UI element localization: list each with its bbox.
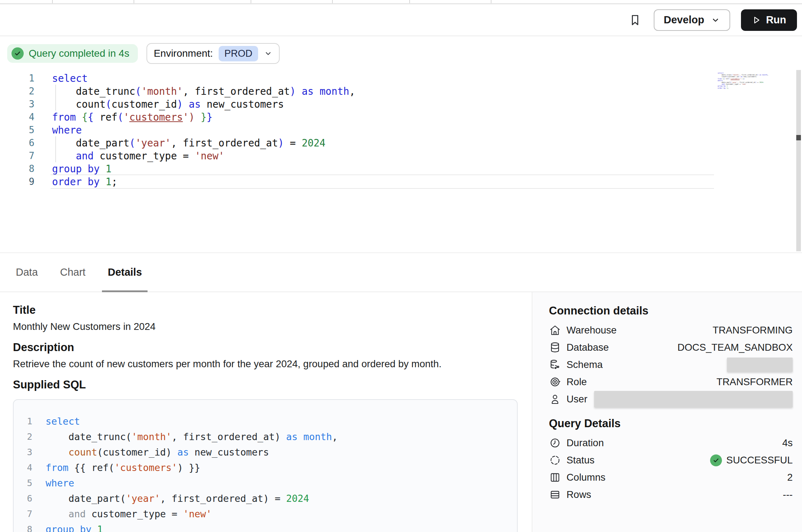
toolbar: Develop Run — [0, 4, 802, 36]
editor-line[interactable]: 1select — [0, 72, 355, 85]
line-number: 3 — [0, 98, 34, 111]
editor-minimap[interactable]: select date_trunc('month', first_ordered… — [718, 72, 768, 89]
supplied-sql-line: 8group by 1 — [14, 522, 517, 532]
tab-divider — [332, 0, 333, 3]
tab-chart[interactable]: Chart — [58, 253, 88, 291]
editor-line[interactable]: 5where — [0, 123, 355, 136]
line-number: 2 — [0, 85, 34, 98]
line-number: 6 — [0, 136, 34, 149]
connection-detail-row: WarehouseTRANSFORMING — [549, 322, 793, 339]
line-number: 4 — [14, 460, 32, 475]
status-row: Query completed in 4s Environment: PROD — [0, 37, 802, 70]
supplied-sql-line: 5where — [14, 475, 517, 491]
editor-line[interactable]: 4from {{ ref('customers') }} — [0, 111, 355, 123]
code-text: count(customer_id) as new_customers — [32, 444, 269, 460]
code-text: date_trunc('month', first_ordered_at) as… — [32, 429, 338, 444]
duration-icon — [549, 437, 561, 449]
database-icon — [549, 341, 561, 354]
details-panel: Title Monthly New Customers in 2024 Desc… — [0, 292, 532, 532]
supplied-sql-line: 3 count(customer_id) as new_customers — [14, 444, 517, 460]
develop-button[interactable]: Develop — [654, 9, 730, 31]
supplied-sql-line: 2 date_trunc('month', first_ordered_at) … — [14, 429, 517, 444]
row-label: Columns — [566, 472, 787, 483]
line-number: 8 — [0, 162, 34, 175]
warehouse-icon — [549, 324, 561, 336]
check-circle-icon — [710, 454, 722, 466]
query-status-badge: Query completed in 4s — [7, 44, 138, 63]
connection-details-heading: Connection details — [549, 304, 793, 317]
connection-detail-row: User — [549, 391, 793, 408]
editor-line[interactable]: 2 date_trunc('month', first_ordered_at) … — [0, 85, 355, 98]
description-heading: Description — [13, 341, 74, 354]
environment-select[interactable]: Environment: PROD — [146, 43, 280, 64]
query-detail-row: Columns2 — [549, 469, 793, 486]
tab-divider — [251, 0, 251, 3]
browser-tabstrip — [0, 0, 802, 4]
tab-details[interactable]: Details — [106, 253, 144, 291]
role-icon — [549, 376, 561, 388]
user-icon — [549, 393, 561, 405]
sql-editor[interactable]: 1select2 date_trunc('month', first_order… — [0, 70, 802, 252]
environment-value-chip: PROD — [219, 46, 258, 61]
supplied-sql-line: 4from {{ ref('customers') }} — [14, 460, 517, 475]
rows-icon — [549, 489, 561, 501]
connection-detail-row: DatabaseDOCS_TEAM_SANDBOX — [549, 339, 793, 356]
connection-detail-row: Schema — [549, 356, 793, 373]
supplied-sql-line: 1select — [14, 414, 517, 429]
row-value: DOCS_TEAM_SANDBOX — [677, 342, 793, 353]
editor-line[interactable]: 7 and customer_type = 'new' — [0, 149, 355, 162]
editor-scrollbar-thumb[interactable] — [796, 135, 801, 140]
code-text[interactable]: order by 1; — [34, 175, 117, 188]
editor-scrollbar[interactable] — [796, 70, 801, 251]
query-details-heading: Query Details — [549, 417, 793, 430]
connection-detail-row: RoleTRANSFORMER — [549, 373, 793, 391]
code-text[interactable]: from {{ ref('customers') }} — [34, 111, 213, 123]
tab-divider — [491, 0, 491, 3]
row-value: TRANSFORMING — [713, 325, 793, 336]
code-text[interactable]: count(customer_id) as new_customers — [34, 98, 284, 111]
editor-line[interactable]: 6 date_part('year', first_ordered_at) = … — [0, 136, 355, 149]
row-label: Database — [566, 342, 677, 353]
code-text[interactable]: where — [34, 123, 82, 136]
row-value: SUCCESSFUL — [710, 454, 793, 466]
code-text[interactable]: date_part('year', first_ordered_at) = 20… — [34, 136, 326, 149]
check-circle-icon — [11, 47, 24, 60]
tab-data[interactable]: Data — [14, 253, 40, 291]
row-value: TRANSFORMER — [717, 376, 793, 388]
editor-line[interactable]: 8group by 1 — [0, 162, 355, 175]
line-number: 1 — [14, 414, 32, 429]
minimap-line: order by 1; — [718, 87, 768, 89]
code-text[interactable]: group by 1 — [34, 162, 112, 175]
run-button-label: Run — [766, 14, 786, 26]
query-detail-row: Duration4s — [549, 434, 793, 452]
columns-icon — [549, 471, 561, 484]
code-text[interactable]: select — [34, 72, 88, 85]
row-label: User — [566, 393, 594, 405]
editor-line[interactable]: 9order by 1; — [0, 175, 355, 188]
tab-divider — [134, 0, 134, 3]
row-label: Duration — [566, 437, 782, 449]
line-number: 7 — [0, 149, 34, 162]
develop-button-label: Develop — [664, 14, 704, 26]
chevron-down-icon — [264, 49, 272, 58]
line-number: 6 — [14, 491, 32, 506]
title-heading: Title — [13, 304, 36, 317]
editor-line[interactable]: 3 count(customer_id) as new_customers — [0, 98, 355, 111]
title-value: Monthly New Customers in 2024 — [13, 321, 155, 332]
code-text: date_part('year', first_ordered_at) = 20… — [32, 491, 309, 506]
run-button[interactable]: Run — [741, 9, 797, 31]
code-text[interactable]: and customer_type = 'new' — [34, 149, 224, 162]
row-label: Role — [566, 376, 717, 388]
line-number: 5 — [14, 475, 32, 491]
supplied-sql-line: 6 date_part('year', first_ordered_at) = … — [14, 491, 517, 506]
bookmark-button[interactable] — [627, 11, 643, 29]
code-text[interactable]: date_trunc('month', first_ordered_at) as… — [34, 85, 355, 98]
line-number: 3 — [14, 444, 32, 460]
row-label: Schema — [566, 359, 727, 370]
supplied-sql-line: 7 and customer_type = 'new' — [14, 506, 517, 522]
environment-label: Environment: — [154, 48, 213, 59]
code-text: select — [32, 414, 80, 429]
description-value: Retrieve the count of new customers per … — [13, 358, 442, 370]
chevron-down-icon — [711, 15, 720, 25]
status-icon — [549, 454, 561, 466]
